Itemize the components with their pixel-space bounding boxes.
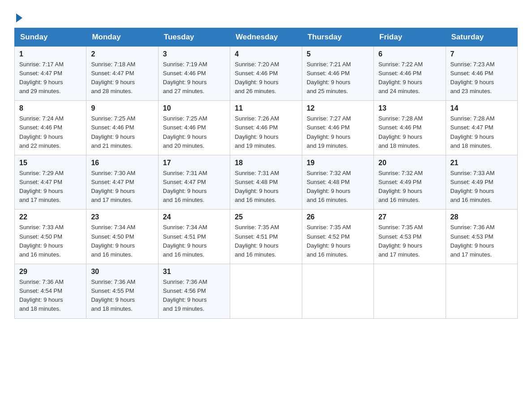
day-number: 6 [378, 50, 441, 58]
calendar-cell: 7Sunrise: 7:23 AMSunset: 4:46 PMDaylight… [446, 46, 517, 101]
day-number: 1 [19, 50, 82, 58]
calendar-cell: 17Sunrise: 7:31 AMSunset: 4:47 PMDayligh… [158, 155, 230, 210]
day-info: Sunrise: 7:17 AMSunset: 4:47 PMDaylight:… [19, 60, 82, 96]
day-info: Sunrise: 7:36 AMSunset: 4:56 PMDaylight:… [163, 278, 225, 314]
day-info: Sunrise: 7:27 AMSunset: 4:46 PMDaylight:… [307, 114, 369, 150]
weekday-header-sunday: Sunday [15, 28, 86, 46]
calendar-cell: 9Sunrise: 7:25 AMSunset: 4:46 PMDaylight… [86, 101, 158, 155]
day-info: Sunrise: 7:25 AMSunset: 4:46 PMDaylight:… [163, 114, 225, 150]
calendar-cell [302, 264, 373, 319]
day-number: 9 [91, 104, 153, 112]
day-number: 19 [307, 159, 369, 167]
day-number: 26 [307, 213, 369, 221]
day-number: 18 [235, 159, 297, 167]
calendar-cell: 28Sunrise: 7:36 AMSunset: 4:53 PMDayligh… [446, 210, 517, 264]
calendar-cell: 29Sunrise: 7:36 AMSunset: 4:54 PMDayligh… [15, 264, 86, 319]
day-number: 17 [163, 159, 225, 167]
day-info: Sunrise: 7:34 AMSunset: 4:51 PMDaylight:… [163, 223, 225, 259]
day-number: 31 [163, 268, 225, 276]
day-number: 28 [450, 213, 513, 221]
calendar-cell: 12Sunrise: 7:27 AMSunset: 4:46 PMDayligh… [302, 101, 373, 155]
weekday-header-thursday: Thursday [302, 28, 373, 46]
day-info: Sunrise: 7:28 AMSunset: 4:46 PMDaylight:… [378, 114, 441, 150]
day-number: 16 [91, 159, 153, 167]
calendar-cell: 1Sunrise: 7:17 AMSunset: 4:47 PMDaylight… [15, 46, 86, 101]
day-number: 21 [450, 159, 513, 167]
day-number: 14 [450, 104, 513, 112]
day-number: 2 [91, 50, 153, 58]
calendar-cell: 6Sunrise: 7:22 AMSunset: 4:46 PMDaylight… [374, 46, 446, 101]
day-info: Sunrise: 7:32 AMSunset: 4:49 PMDaylight:… [378, 169, 441, 205]
day-number: 4 [235, 50, 297, 58]
calendar-week-1: 1Sunrise: 7:17 AMSunset: 4:47 PMDaylight… [15, 46, 518, 101]
calendar-cell: 2Sunrise: 7:18 AMSunset: 4:47 PMDaylight… [86, 46, 158, 101]
day-info: Sunrise: 7:32 AMSunset: 4:48 PMDaylight:… [307, 169, 369, 205]
calendar-cell: 15Sunrise: 7:29 AMSunset: 4:47 PMDayligh… [15, 155, 86, 210]
day-info: Sunrise: 7:21 AMSunset: 4:46 PMDaylight:… [307, 60, 369, 96]
calendar-cell: 14Sunrise: 7:28 AMSunset: 4:47 PMDayligh… [446, 101, 517, 155]
calendar-cell: 13Sunrise: 7:28 AMSunset: 4:46 PMDayligh… [374, 101, 446, 155]
weekday-header-monday: Monday [86, 28, 158, 46]
calendar-cell: 3Sunrise: 7:19 AMSunset: 4:46 PMDaylight… [158, 46, 230, 101]
day-info: Sunrise: 7:34 AMSunset: 4:50 PMDaylight:… [91, 223, 153, 259]
weekday-header-tuesday: Tuesday [158, 28, 230, 46]
page-header [14, 11, 518, 23]
day-info: Sunrise: 7:36 AMSunset: 4:55 PMDaylight:… [91, 278, 153, 314]
day-number: 7 [450, 50, 513, 58]
day-number: 12 [307, 104, 369, 112]
calendar-cell: 4Sunrise: 7:20 AMSunset: 4:46 PMDaylight… [230, 46, 302, 101]
day-info: Sunrise: 7:35 AMSunset: 4:51 PMDaylight:… [235, 223, 297, 259]
calendar-cell: 25Sunrise: 7:35 AMSunset: 4:51 PMDayligh… [230, 210, 302, 264]
calendar-week-2: 8Sunrise: 7:24 AMSunset: 4:46 PMDaylight… [15, 101, 518, 155]
day-number: 22 [19, 213, 82, 221]
calendar-cell: 16Sunrise: 7:30 AMSunset: 4:47 PMDayligh… [86, 155, 158, 210]
calendar-cell: 26Sunrise: 7:35 AMSunset: 4:52 PMDayligh… [302, 210, 373, 264]
calendar-cell [230, 264, 302, 319]
calendar-cell: 27Sunrise: 7:35 AMSunset: 4:53 PMDayligh… [374, 210, 446, 264]
day-info: Sunrise: 7:19 AMSunset: 4:46 PMDaylight:… [163, 60, 225, 96]
day-info: Sunrise: 7:23 AMSunset: 4:46 PMDaylight:… [450, 60, 513, 96]
day-info: Sunrise: 7:28 AMSunset: 4:47 PMDaylight:… [450, 114, 513, 150]
day-info: Sunrise: 7:31 AMSunset: 4:47 PMDaylight:… [163, 169, 225, 205]
day-number: 27 [378, 213, 441, 221]
day-info: Sunrise: 7:20 AMSunset: 4:46 PMDaylight:… [235, 60, 297, 96]
day-info: Sunrise: 7:22 AMSunset: 4:46 PMDaylight:… [378, 60, 441, 96]
day-info: Sunrise: 7:26 AMSunset: 4:46 PMDaylight:… [235, 114, 297, 150]
day-info: Sunrise: 7:36 AMSunset: 4:53 PMDaylight:… [450, 223, 513, 259]
day-number: 23 [91, 213, 153, 221]
calendar-cell: 23Sunrise: 7:34 AMSunset: 4:50 PMDayligh… [86, 210, 158, 264]
day-info: Sunrise: 7:25 AMSunset: 4:46 PMDaylight:… [91, 114, 153, 150]
day-info: Sunrise: 7:33 AMSunset: 4:49 PMDaylight:… [450, 169, 513, 205]
weekday-header-saturday: Saturday [446, 28, 517, 46]
day-info: Sunrise: 7:33 AMSunset: 4:50 PMDaylight:… [19, 223, 82, 259]
day-info: Sunrise: 7:18 AMSunset: 4:47 PMDaylight:… [91, 60, 153, 96]
day-info: Sunrise: 7:31 AMSunset: 4:48 PMDaylight:… [235, 169, 297, 205]
calendar-cell: 18Sunrise: 7:31 AMSunset: 4:48 PMDayligh… [230, 155, 302, 210]
day-info: Sunrise: 7:35 AMSunset: 4:52 PMDaylight:… [307, 223, 369, 259]
day-number: 20 [378, 159, 441, 167]
day-number: 29 [19, 268, 82, 276]
calendar-week-3: 15Sunrise: 7:29 AMSunset: 4:47 PMDayligh… [15, 155, 518, 210]
day-info: Sunrise: 7:29 AMSunset: 4:47 PMDaylight:… [19, 169, 82, 205]
day-number: 5 [307, 50, 369, 58]
day-info: Sunrise: 7:35 AMSunset: 4:53 PMDaylight:… [378, 223, 441, 259]
calendar-week-4: 22Sunrise: 7:33 AMSunset: 4:50 PMDayligh… [15, 210, 518, 264]
calendar-header-row: SundayMondayTuesdayWednesdayThursdayFrid… [15, 28, 518, 46]
day-info: Sunrise: 7:36 AMSunset: 4:54 PMDaylight:… [19, 278, 82, 314]
calendar-cell: 20Sunrise: 7:32 AMSunset: 4:49 PMDayligh… [374, 155, 446, 210]
day-number: 30 [91, 268, 153, 276]
weekday-header-wednesday: Wednesday [230, 28, 302, 46]
calendar-cell: 8Sunrise: 7:24 AMSunset: 4:46 PMDaylight… [15, 101, 86, 155]
calendar-cell [446, 264, 517, 319]
day-number: 13 [378, 104, 441, 112]
calendar-cell: 10Sunrise: 7:25 AMSunset: 4:46 PMDayligh… [158, 101, 230, 155]
day-info: Sunrise: 7:30 AMSunset: 4:47 PMDaylight:… [91, 169, 153, 205]
calendar-cell: 19Sunrise: 7:32 AMSunset: 4:48 PMDayligh… [302, 155, 373, 210]
day-number: 3 [163, 50, 225, 58]
calendar-week-5: 29Sunrise: 7:36 AMSunset: 4:54 PMDayligh… [15, 264, 518, 319]
day-number: 11 [235, 104, 297, 112]
logo [14, 11, 22, 23]
calendar-cell: 31Sunrise: 7:36 AMSunset: 4:56 PMDayligh… [158, 264, 230, 319]
calendar-cell: 21Sunrise: 7:33 AMSunset: 4:49 PMDayligh… [446, 155, 517, 210]
day-number: 8 [19, 104, 82, 112]
